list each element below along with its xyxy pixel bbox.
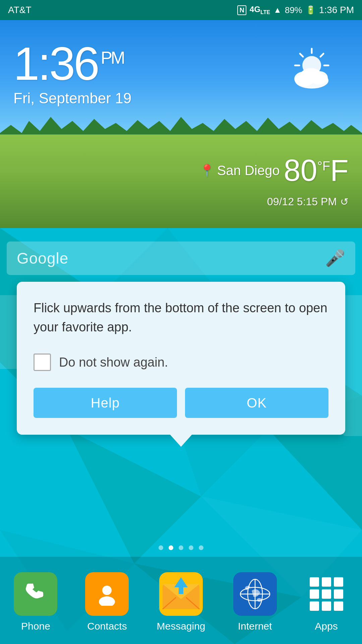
svg-point-29: [99, 596, 115, 606]
google-label: Google: [17, 249, 68, 267]
phone-label: Phone: [21, 621, 50, 632]
weather-condition-icon: [282, 47, 342, 91]
weather-time-display: 1:36PM Fri, September 19: [13, 40, 131, 107]
weather-location: 📍 San Diego: [199, 163, 280, 178]
carrier-label: AT&T: [8, 5, 31, 15]
page-dot-1: [159, 545, 163, 550]
page-dot-2: [169, 545, 173, 550]
dock-messaging[interactable]: Messaging: [157, 572, 205, 632]
location-pin-icon: 📍: [199, 164, 215, 178]
internet-icon: [233, 572, 277, 616]
internet-label: Internet: [238, 621, 272, 632]
weather-ampm: PM: [101, 48, 123, 67]
do-not-show-row[interactable]: Do not show again.: [34, 354, 328, 371]
page-dot-3: [179, 545, 183, 550]
4glte-label: 4GLTE: [250, 5, 270, 15]
battery-icon: 🔋: [306, 5, 316, 15]
messaging-icon: [159, 572, 203, 616]
weather-temp-row: 📍 San Diego 80°FF: [199, 153, 349, 188]
weather-background: 1:36PM Fri, September 19 📍 San Diego 80°…: [0, 20, 362, 228]
help-button[interactable]: Help: [34, 388, 177, 418]
dock-apps[interactable]: Apps: [305, 572, 348, 632]
dock-contacts[interactable]: Contacts: [85, 572, 129, 632]
do-not-show-checkbox[interactable]: [34, 354, 51, 371]
svg-line-7: [320, 54, 323, 57]
do-not-show-label: Do not show again.: [59, 355, 168, 370]
signal-icon: ▲: [274, 5, 282, 15]
page-indicators: [0, 545, 362, 550]
weather-date: Fri, September 19: [13, 90, 131, 107]
ok-button[interactable]: OK: [185, 388, 328, 418]
svg-point-12: [300, 68, 322, 83]
svg-line-5: [300, 54, 303, 57]
dialog-message: Flick upwards from the bottom of the scr…: [34, 299, 328, 337]
phone-icon: [14, 572, 57, 616]
battery-percent: 89%: [285, 5, 302, 15]
dock-phone[interactable]: Phone: [14, 572, 57, 632]
svg-marker-21: [0, 429, 67, 530]
svg-point-28: [102, 586, 112, 595]
dialog-button-row: Help OK: [34, 388, 328, 418]
apps-icon: [305, 572, 348, 616]
apps-label: Apps: [315, 621, 338, 632]
messaging-label: Messaging: [157, 621, 205, 632]
google-search-bar[interactable]: Google 🎤: [7, 241, 355, 275]
clock-status: 1:36 PM: [319, 5, 354, 15]
flick-dialog: Flick upwards from the bottom of the scr…: [17, 282, 345, 435]
status-right-icons: N 4GLTE ▲ 89% 🔋 1:36 PM: [237, 5, 354, 15]
weather-clock: 1:36PM: [13, 40, 131, 87]
page-dot-5: [199, 545, 203, 550]
weather-widget: 1:36PM Fri, September 19 📍 San Diego 80°…: [0, 20, 362, 228]
bottom-dock: Phone Contacts: [0, 557, 362, 644]
page-dot-4: [189, 545, 193, 550]
contacts-icon: [85, 572, 129, 616]
status-bar: AT&T N 4GLTE ▲ 89% 🔋 1:36 PM: [0, 0, 362, 20]
weather-updated-time: 09/12 5:15 PM ↺: [267, 196, 349, 208]
weather-temperature: 80°FF: [284, 153, 349, 188]
mic-icon[interactable]: 🎤: [325, 249, 345, 268]
apps-grid: [310, 577, 343, 611]
dock-internet[interactable]: Internet: [233, 572, 277, 632]
dialog-pointer: [169, 433, 193, 447]
contacts-label: Contacts: [87, 621, 127, 632]
nfc-icon: N: [237, 5, 246, 15]
svg-marker-22: [67, 429, 201, 564]
home-screen: Google 🎤 Flick upwards from the bottom o…: [0, 228, 362, 644]
refresh-icon: ↺: [340, 196, 349, 208]
